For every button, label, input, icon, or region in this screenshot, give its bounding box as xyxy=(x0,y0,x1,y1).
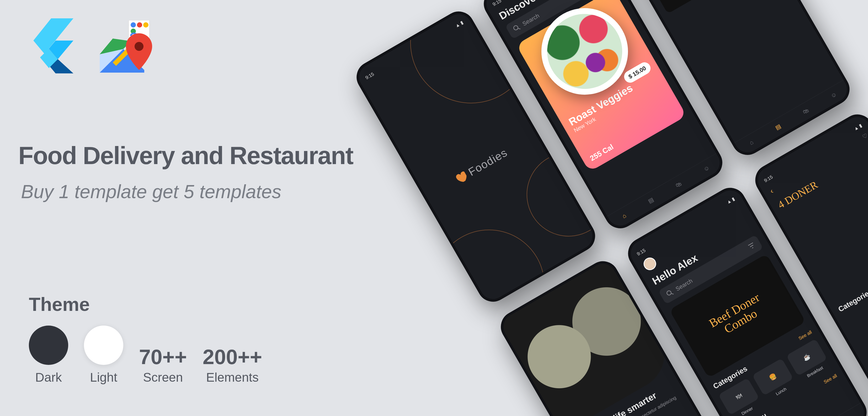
theme-label-light: Light xyxy=(90,370,117,385)
nav-orders-icon[interactable]: ▤ xyxy=(774,123,782,132)
nav-cart-icon[interactable]: 🛍 xyxy=(802,107,810,116)
status-icons: ▲ ▮ xyxy=(725,196,736,205)
see-all-link[interactable]: See all xyxy=(798,329,813,342)
svg-line-17 xyxy=(671,292,674,295)
breakfast-icon: ☕ xyxy=(802,353,811,362)
stat-elements-label: Elements xyxy=(206,370,259,385)
theme-section: Theme Dark Light 70++ Screen 200++ Eleme… xyxy=(29,294,262,385)
splash-brand: Foodies xyxy=(453,146,510,186)
back-icon[interactable]: ‹ xyxy=(769,187,775,195)
dinner-icon: 🍽 xyxy=(735,392,743,401)
svg-point-7 xyxy=(143,22,149,28)
phone-mockup-grid: 9:15▲ ▮ Foodies 9:15▲ ▮ Discover Search … xyxy=(351,0,868,416)
svg-point-6 xyxy=(137,22,142,28)
nav-profile-icon[interactable]: ☺ xyxy=(702,164,711,173)
status-time: 9:15 xyxy=(763,174,774,184)
stat-screen-value: 70++ xyxy=(139,345,187,369)
search-placeholder: Search xyxy=(521,12,540,27)
svg-line-15 xyxy=(518,28,521,30)
google-maps-logo xyxy=(100,20,152,73)
theme-swatch-dark[interactable] xyxy=(29,326,68,365)
status-time: 9:15 xyxy=(492,0,502,7)
list-item[interactable] xyxy=(652,0,765,14)
nav-home-icon[interactable]: ⌂ xyxy=(748,139,755,146)
brand-heart-icon xyxy=(453,170,469,186)
theme-title: Theme xyxy=(29,294,262,315)
avatar[interactable] xyxy=(641,255,659,273)
headline: Food Delivery and Restaurant xyxy=(18,141,353,170)
categories-title: Categories xyxy=(837,288,868,314)
nav-profile-icon[interactable]: ☺ xyxy=(830,91,838,100)
search-placeholder: Search xyxy=(674,277,693,292)
svg-point-14 xyxy=(513,25,519,31)
brand-name: Foodies xyxy=(466,146,510,179)
subheadline: Buy 1 template get 5 templates xyxy=(21,181,281,202)
nav-profile-icon[interactable]: ☺ xyxy=(846,414,855,416)
product-calories: 255 Cal xyxy=(588,142,615,163)
nav-cart-icon[interactable]: 🛍 xyxy=(674,180,683,189)
flutter-logo xyxy=(29,18,73,74)
stat-elements-value: 200++ xyxy=(203,345,262,369)
lunch-icon: 🍔 xyxy=(768,372,777,382)
search-icon xyxy=(512,23,522,33)
theme-label-dark: Dark xyxy=(35,370,62,385)
filter-icon[interactable] xyxy=(747,241,756,251)
status-time: 9:15 xyxy=(636,248,647,257)
status-time: 9:15 xyxy=(364,71,375,81)
svg-point-13 xyxy=(134,42,144,51)
search-icon xyxy=(665,288,675,298)
status-icons: ▲ ▮ xyxy=(853,122,863,132)
svg-point-16 xyxy=(666,290,672,296)
theme-swatch-light[interactable] xyxy=(84,326,123,365)
svg-point-5 xyxy=(131,22,136,28)
see-all-link[interactable]: See all xyxy=(823,373,838,385)
stat-screen-label: Screen xyxy=(143,370,183,385)
heart-icon[interactable]: ♡ xyxy=(861,132,868,145)
nav-orders-icon[interactable]: ▤ xyxy=(647,196,655,205)
nav-home-icon[interactable]: ⌂ xyxy=(621,212,628,220)
